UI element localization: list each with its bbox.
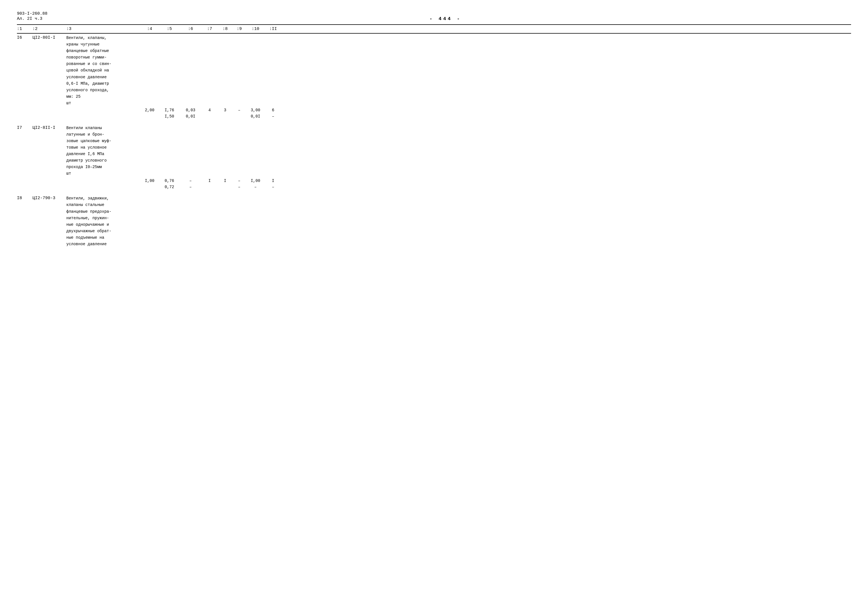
row-16-values: 2,00 I,76I,50 0,030,0I 4 3 – 3,000,0I 6– bbox=[17, 107, 851, 120]
row-16-col9: – bbox=[233, 107, 246, 113]
col-header-1: :1 bbox=[17, 26, 32, 31]
row-18-desc: Вентили, задвижки,клапаны стальныефланце… bbox=[66, 195, 140, 247]
row-17-values: I,00 0,760,72 –– I I –– I,00– I– bbox=[17, 178, 851, 190]
row-18-num: I8 bbox=[17, 195, 32, 202]
row-17-num: I7 bbox=[17, 125, 32, 131]
table-body: I6 ЦI2-80I-I Вентили, клапаны,краны чугу… bbox=[17, 35, 851, 247]
row-17-col9: –– bbox=[233, 178, 246, 190]
row-17-col5: 0,760,72 bbox=[159, 178, 179, 190]
row-17-col6: –– bbox=[179, 178, 202, 190]
row-17-col8: I bbox=[217, 178, 233, 184]
col-header-5: :5 bbox=[159, 26, 179, 31]
row-16-col4: 2,00 bbox=[140, 107, 159, 113]
row-17-main: I7 ЦI2-8II-I Вентили клапанылатунные и б… bbox=[17, 125, 851, 177]
row-16-col5: I,76I,50 bbox=[159, 107, 179, 120]
row-16-main: I6 ЦI2-80I-I Вентили, клапаны,краны чугу… bbox=[17, 35, 851, 106]
row-16-num: I6 bbox=[17, 35, 32, 41]
row-17-col11: I– bbox=[265, 178, 281, 190]
doc-sub-line: Ал. 2I ч.3 - 444 - bbox=[17, 16, 851, 22]
doc-sub: Ал. 2I ч.3 bbox=[17, 16, 42, 21]
col-header-7: :7 bbox=[202, 26, 217, 31]
row-16-desc: Вентили, клапаны,краны чугунныефланцевые… bbox=[66, 35, 140, 106]
row-17-col7: I bbox=[202, 178, 217, 184]
row-18-main: I8 ЦI2-790-3 Вентили, задвижки,клапаны с… bbox=[17, 195, 851, 247]
row-17-col4: I,00 bbox=[140, 178, 159, 184]
row-17-col10: I,00– bbox=[246, 178, 265, 190]
col-header-11: :II bbox=[265, 26, 281, 31]
row-17-code: ЦI2-8II-I bbox=[32, 125, 66, 131]
table-row: I6 ЦI2-80I-I Вентили, клапаны,краны чугу… bbox=[17, 35, 851, 120]
row-16-col10: 3,000,0I bbox=[246, 107, 265, 120]
col-header-9: :9 bbox=[233, 26, 246, 31]
row-17-desc: Вентили клапанылатунные и брон-зовые цап… bbox=[66, 125, 140, 177]
row-18-code: ЦI2-790-3 bbox=[32, 195, 66, 202]
page-number: - 444 - bbox=[429, 16, 461, 22]
table-row: I7 ЦI2-8II-I Вентили клапанылатунные и б… bbox=[17, 125, 851, 190]
page-header: 903-I-260.88 Ал. 2I ч.3 - 444 - bbox=[17, 11, 851, 22]
col-header-8: :8 bbox=[217, 26, 233, 31]
doc-number: 903-I-260.88 bbox=[17, 11, 851, 16]
row-16-code: ЦI2-80I-I bbox=[32, 35, 66, 41]
col-header-6: :6 bbox=[179, 26, 202, 31]
row-16-col7: 4 bbox=[202, 107, 217, 113]
table-row: I8 ЦI2-790-3 Вентили, задвижки,клапаны с… bbox=[17, 195, 851, 247]
column-header-row: :1 :2 :3 :4 :5 :6 :7 :8 :9 :10 :II bbox=[17, 24, 851, 34]
col-header-4: :4 bbox=[140, 26, 159, 31]
row-16-col8: 3 bbox=[217, 107, 233, 113]
col-header-3: :3 bbox=[66, 26, 140, 31]
row-16-col6: 0,030,0I bbox=[179, 107, 202, 120]
row-16-col11: 6– bbox=[265, 107, 281, 120]
col-header-2: :2 bbox=[32, 26, 66, 31]
col-header-10: :10 bbox=[246, 26, 265, 31]
